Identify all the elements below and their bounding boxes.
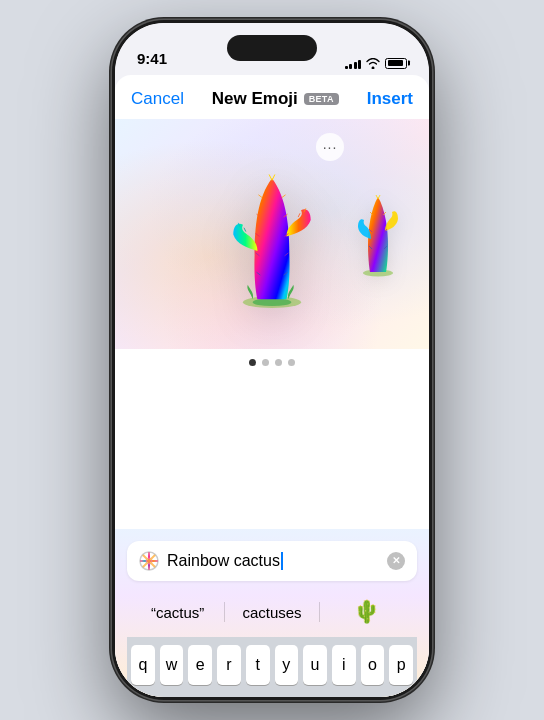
header-title-area: New Emoji BETA [212,89,339,109]
svg-point-1 [253,298,292,306]
svg-line-4 [258,195,262,198]
svg-line-2 [269,174,272,180]
key-i[interactable]: i [332,645,356,685]
key-o[interactable]: o [361,645,385,685]
dynamic-island [227,35,317,61]
key-t[interactable]: t [246,645,270,685]
suggestion-2[interactable]: cactuses [225,600,318,625]
modal-title: New Emoji [212,89,298,109]
modal-sheet: Cancel New Emoji BETA Insert ··· [115,75,429,697]
emoji-picker-icon [139,551,159,571]
svg-line-17 [298,213,300,217]
key-y[interactable]: y [275,645,299,685]
cancel-button[interactable]: Cancel [131,89,184,109]
status-time: 9:41 [137,50,167,69]
phone-frame: 9:41 [112,20,432,700]
emoji-preview-area: ··· [115,119,429,349]
clear-icon: ✕ [392,556,400,566]
key-p[interactable]: p [389,645,413,685]
battery-icon [385,58,407,69]
search-value: Rainbow cactus [167,552,280,569]
status-icons [345,57,408,69]
rainbow-cactus-small [346,187,411,277]
emoji-search-input[interactable]: Rainbow cactus [167,552,379,571]
svg-line-20 [378,195,380,199]
battery-fill [388,60,403,66]
signal-icon [345,57,362,69]
more-dots-icon: ··· [323,140,338,154]
suggestion-3[interactable]: 🌵 [320,595,413,629]
key-w[interactable]: w [160,645,184,685]
suggestion-1[interactable]: “cactus” [131,600,224,625]
svg-line-15 [244,228,246,232]
keyboard-row-1: q w e r t y u i o p [131,645,413,685]
page-dot-1[interactable] [249,359,256,366]
svg-line-5 [282,195,286,198]
keyboard: q w e r t y u i o p [127,637,417,697]
suggestions-bar: “cactus” cactuses 🌵 [127,591,417,637]
search-bar[interactable]: Rainbow cactus ✕ [127,541,417,581]
more-options-button[interactable]: ··· [316,133,344,161]
rainbow-cactus-main [207,159,337,309]
clear-input-button[interactable]: ✕ [387,552,405,570]
bottom-input-area: Rainbow cactus ✕ “cactus” cactuses 🌵 [115,529,429,697]
svg-line-19 [376,195,378,199]
sparkle-icon [139,551,159,571]
insert-button[interactable]: Insert [367,89,413,109]
key-q[interactable]: q [131,645,155,685]
phone-inner: 9:41 [115,23,429,697]
key-r[interactable]: r [217,645,241,685]
page-dot-2[interactable] [262,359,269,366]
key-e[interactable]: e [188,645,212,685]
page-dot-3[interactable] [275,359,282,366]
emoji-main-preview[interactable] [192,154,352,314]
text-cursor [281,552,283,570]
beta-badge: BETA [304,93,339,105]
key-u[interactable]: u [303,645,327,685]
svg-line-3 [272,174,275,180]
page-dot-4[interactable] [288,359,295,366]
emoji-secondary-preview[interactable] [346,187,411,281]
modal-header: Cancel New Emoji BETA Insert [115,75,429,119]
wifi-icon [366,58,380,69]
page-indicator [115,349,429,374]
